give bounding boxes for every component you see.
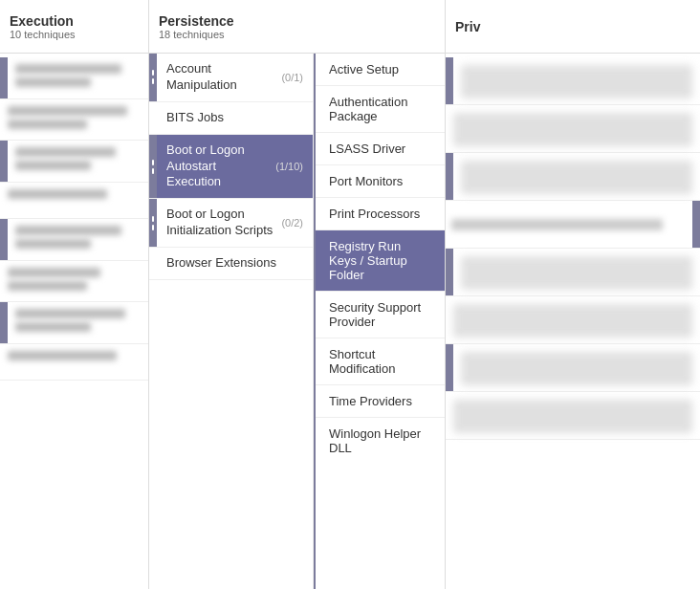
blurred-text bbox=[15, 77, 91, 87]
blurred-text bbox=[8, 281, 87, 291]
blurred-text bbox=[15, 226, 121, 235]
list-item bbox=[0, 261, 148, 302]
indicator-bar bbox=[0, 219, 8, 260]
indicator-bar bbox=[446, 57, 453, 104]
list-item bbox=[0, 99, 148, 141]
list-item bbox=[0, 219, 148, 261]
blurred-text bbox=[15, 64, 121, 74]
list-item bbox=[0, 344, 148, 381]
sub-technique-name: Port Monitors bbox=[329, 174, 403, 188]
blurred-text bbox=[8, 351, 117, 360]
technique-indicator bbox=[149, 54, 157, 101]
persistence-title: Persistence bbox=[159, 13, 435, 29]
technique-count: (1/10) bbox=[275, 161, 303, 172]
list-item bbox=[446, 296, 700, 344]
execution-title: Execution bbox=[10, 13, 139, 29]
indicator-bar bbox=[446, 344, 453, 391]
technique-cell-account-manipulation[interactable]: Account Manipulation(0/1) bbox=[157, 54, 313, 101]
sub-technique-item-time-providers[interactable]: Time Providers bbox=[316, 385, 445, 418]
persistence-header: Persistence 18 techniques bbox=[149, 0, 445, 54]
sub-technique-name: LSASS Driver bbox=[329, 142, 405, 156]
sub-technique-name: Time Providers bbox=[329, 394, 412, 408]
sub-technique-name: Security Support Provider bbox=[329, 300, 431, 329]
sub-technique-name: Shortcut Modification bbox=[329, 347, 431, 376]
list-item bbox=[0, 302, 148, 344]
technique-row-boot-autostart[interactable]: Boot or Logon Autostart Execution(1/10) bbox=[149, 135, 313, 200]
list-item bbox=[0, 183, 148, 219]
indicator-bar bbox=[692, 201, 700, 248]
technique-row-browser-ext[interactable]: Browser Extensions bbox=[149, 248, 313, 280]
privilege-title: Priv bbox=[455, 19, 690, 34]
execution-subtitle: 10 techniques bbox=[10, 29, 139, 40]
technique-name: Account Manipulation bbox=[166, 61, 277, 94]
technique-row-account-manipulation[interactable]: Account Manipulation(0/1) bbox=[149, 54, 313, 102]
list-item bbox=[0, 57, 148, 99]
sub-technique-name: Authentication Package bbox=[329, 95, 431, 123]
technique-count: (0/2) bbox=[281, 217, 303, 229]
list-item bbox=[446, 392, 700, 440]
sub-technique-item-auth-package[interactable]: Authentication Package bbox=[316, 86, 445, 133]
list-item bbox=[446, 153, 700, 201]
subtechniques-list: Active Setup Authentication Package LSAS… bbox=[314, 54, 445, 589]
blurred-text bbox=[8, 268, 100, 277]
list-item bbox=[446, 201, 700, 249]
execution-header: Execution 10 techniques bbox=[0, 0, 148, 54]
privilege-column: Priv bbox=[445, 0, 700, 589]
sub-technique-item-shortcut-mod[interactable]: Shortcut Modification bbox=[316, 338, 445, 385]
list-item bbox=[446, 249, 700, 296]
list-item bbox=[446, 344, 700, 392]
indicator-bar bbox=[0, 141, 8, 182]
sub-technique-item-lsass-driver[interactable]: LSASS Driver bbox=[316, 133, 445, 165]
sub-technique-name: Registry Run Keys / Startup Folder bbox=[329, 239, 431, 282]
sub-technique-item-winlogon[interactable]: Winlogon Helper DLL bbox=[316, 418, 445, 464]
indicator-bar bbox=[0, 57, 8, 98]
sub-technique-item-security-support[interactable]: Security Support Provider bbox=[316, 292, 445, 338]
technique-row-boot-init[interactable]: Boot or Logon Initialization Scripts(0/2… bbox=[149, 199, 313, 248]
sub-technique-name: Active Setup bbox=[329, 62, 399, 76]
sub-technique-name: Winlogon Helper DLL bbox=[329, 426, 431, 455]
technique-name: Boot or Logon Autostart Execution bbox=[166, 142, 272, 191]
persistence-body: Account Manipulation(0/1) BITS Jobs bbox=[149, 54, 445, 589]
technique-name: Boot or Logon Initialization Scripts bbox=[166, 207, 277, 239]
list-item bbox=[0, 141, 148, 183]
indicator-bar bbox=[0, 302, 8, 343]
technique-count: (0/1) bbox=[281, 72, 303, 83]
sub-technique-item-active-setup[interactable]: Active Setup bbox=[316, 54, 445, 86]
persistence-column: Persistence 18 techniques Account Manipu… bbox=[148, 0, 445, 589]
sub-technique-name: Print Processors bbox=[329, 207, 420, 221]
technique-name: Browser Extensions bbox=[166, 255, 276, 272]
sub-technique-item-registry-run[interactable]: Registry Run Keys / Startup Folder bbox=[316, 230, 445, 292]
sub-technique-item-port-monitors[interactable]: Port Monitors bbox=[316, 165, 445, 198]
technique-cell-browser-ext[interactable]: Browser Extensions bbox=[149, 248, 313, 279]
technique-cell-bits-jobs[interactable]: BITS Jobs bbox=[149, 102, 313, 134]
persistence-subtitle: 18 techniques bbox=[159, 29, 435, 40]
technique-cell-boot-init[interactable]: Boot or Logon Initialization Scripts(0/2… bbox=[157, 199, 313, 247]
list-item bbox=[446, 57, 700, 105]
blurred-text bbox=[8, 120, 87, 129]
technique-indicator bbox=[149, 199, 157, 247]
technique-row-bits-jobs[interactable]: BITS Jobs bbox=[149, 102, 313, 135]
blurred-text bbox=[15, 147, 116, 157]
execution-column: Execution 10 techniques bbox=[0, 0, 148, 589]
privilege-items bbox=[446, 54, 700, 589]
blurred-text bbox=[15, 309, 125, 318]
sub-technique-item-print-processors[interactable]: Print Processors bbox=[316, 198, 445, 230]
main-container: Execution 10 techniques bbox=[0, 0, 700, 589]
list-item bbox=[446, 105, 700, 153]
privilege-header: Priv bbox=[446, 0, 700, 54]
blurred-text bbox=[15, 322, 91, 332]
blurred-text bbox=[15, 239, 91, 249]
technique-indicator bbox=[149, 135, 157, 199]
blurred-text bbox=[8, 189, 107, 199]
indicator-bar bbox=[446, 153, 453, 200]
technique-name: BITS Jobs bbox=[166, 110, 224, 126]
execution-items bbox=[0, 54, 148, 589]
persistence-techniques-list: Account Manipulation(0/1) BITS Jobs bbox=[149, 54, 314, 589]
blurred-text bbox=[15, 161, 91, 170]
blurred-text bbox=[8, 106, 127, 116]
indicator-bar bbox=[446, 249, 453, 295]
technique-cell-boot-autostart[interactable]: Boot or Logon Autostart Execution(1/10) bbox=[157, 135, 313, 199]
